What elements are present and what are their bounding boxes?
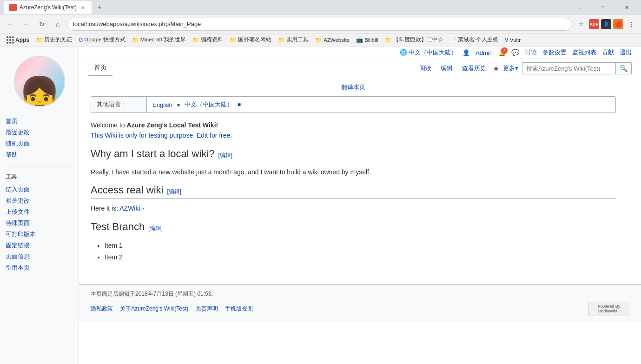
folder-icon: 📁 <box>36 37 43 43</box>
address-bar[interactable]: localhost/webapps/azwiki/index.php/Main_… <box>67 18 572 31</box>
section-2-edit[interactable]: [编辑] <box>167 188 181 196</box>
notifications[interactable]: 🔔 2 <box>498 49 506 56</box>
bookmark-google[interactable]: G Google 快捷方式 <box>76 35 128 44</box>
powered-by: Powered By MediaWiki <box>588 302 629 316</box>
discuss-link[interactable]: 讨论 <box>525 48 537 57</box>
intro-bold: Azure Zeng's Local Test Wiki! <box>127 121 218 129</box>
logout-link[interactable]: 退出 <box>620 48 632 57</box>
section-1-edit[interactable]: [编辑] <box>218 152 233 159</box>
close-button[interactable]: ✕ <box>616 0 637 15</box>
talk-icon: 💬 <box>511 49 519 56</box>
bookmark-biancheng[interactable]: 📁 编程资料 <box>190 35 226 44</box>
footer-bottom: 隐私政策 关于AzureZeng's Wiki(Test) 免责声明 手机版视图… <box>91 302 629 316</box>
bookmark-label: 实用工具 <box>286 36 309 43</box>
user-icon: 👤 <box>463 49 470 56</box>
watch-star[interactable]: ★ <box>493 64 499 73</box>
folder-icon: 📁 <box>278 37 285 43</box>
lang-edit-icon[interactable]: ■ <box>238 101 241 108</box>
sidebar-item-cite[interactable]: 引用本页 <box>6 262 73 273</box>
wiki-search-box[interactable]: 🔍 <box>522 62 632 74</box>
star-icon[interactable]: ☆ <box>575 18 587 30</box>
sidebar-item-print[interactable]: 可打印版本 <box>6 229 73 240</box>
section-title-1: Why am I start a local wiki? [编辑] <box>91 148 616 162</box>
forward-button[interactable]: → <box>20 18 33 31</box>
sidebar-tools: 链入页面 相关更改 上传文件 特殊页面 可打印版本 固定链接 页面信息 引用本页 <box>0 182 79 275</box>
sidebar-item-recent[interactable]: 最近更改 <box>6 127 73 138</box>
nav-icons: ☆ ABP 👤 🔴 ⋮ <box>575 18 637 30</box>
params-link[interactable]: 参数设置 <box>542 48 567 57</box>
bookmark-vultr[interactable]: V Vultr <box>502 36 523 44</box>
minimize-button[interactable]: – <box>569 0 591 15</box>
ext-orange-icon[interactable]: 🔴 <box>613 19 623 29</box>
translate-notice[interactable]: 翻译本页 <box>91 83 616 92</box>
sidebar-item-permalink[interactable]: 固定链接 <box>6 240 73 251</box>
footer-mobile[interactable]: 手机版视图 <box>225 305 253 312</box>
azwiki-link[interactable]: AZWiki <box>119 205 144 212</box>
sidebar-item-random[interactable]: 随机页面 <box>6 138 73 149</box>
bookmark-minecraft[interactable]: 📁 Minecraft 我的世界 <box>129 35 189 44</box>
menu-button[interactable]: ⋮ <box>625 18 637 30</box>
bookmark-overseas[interactable]: 📁 国外著名网站 <box>227 35 274 44</box>
browser-tab[interactable]: AzureZeng's Wiki(Test) ✕ <box>4 1 92 14</box>
read-tab[interactable]: 阅读 <box>416 62 434 74</box>
page-title-tab[interactable]: 首页 <box>88 61 112 76</box>
watchlist-link[interactable]: 监视列表 <box>572 48 596 57</box>
lang-english[interactable]: English <box>152 101 172 108</box>
lang-chinese[interactable]: 中文（中国大陆） <box>185 100 233 109</box>
ext-adblock-icon[interactable]: ABP <box>589 19 599 29</box>
reload-button[interactable]: ↻ <box>35 18 48 31</box>
url-text: localhost/webapps/azwiki/index.php/Main_… <box>73 20 566 27</box>
wiki-search-button[interactable]: 🔍 <box>615 63 631 74</box>
tab-close-button[interactable]: ✕ <box>79 4 86 11</box>
new-tab-button[interactable]: + <box>93 1 106 13</box>
history-tab[interactable]: 查看历史 <box>459 62 489 74</box>
bookmark-azwebsite[interactable]: 📁 AZWebsite <box>312 36 352 44</box>
navbar: ← → ↻ ⌂ localhost/webapps/azwiki/index.p… <box>0 15 641 33</box>
list-item: Item 1 <box>105 240 616 251</box>
vultr-icon: V <box>505 37 509 43</box>
section-3-edit[interactable]: [编辑] <box>148 225 163 232</box>
contribute-link[interactable]: 贡献 <box>602 48 614 57</box>
avatar: 👧 <box>14 56 65 107</box>
lang-separator: ■ <box>177 102 180 107</box>
mediawiki-logo: Powered By MediaWiki <box>588 302 629 316</box>
sidebar-item-home[interactable]: 首页 <box>6 116 73 127</box>
intro-line1: Welcome to Azure Zeng's Local Test Wiki! <box>91 120 616 130</box>
edit-tab[interactable]: 编辑 <box>438 62 456 74</box>
bookmark-tools[interactable]: 📁 实用工具 <box>275 35 311 44</box>
footer-last-edited: 本页面是后编辑于2018年7月13日 (星期五) 01:53。 <box>91 290 629 298</box>
test-branch-list: Item 1 Item 2 <box>105 240 616 263</box>
user-link[interactable]: Admin <box>476 49 493 56</box>
sidebar-item-related[interactable]: 相关更改 <box>6 195 73 206</box>
bookmark-caiyuming[interactable]: 📄 菜域名·个人主机 <box>447 35 501 44</box>
apps-button[interactable]: Apps <box>4 35 32 45</box>
more-menu[interactable]: 更多▾ <box>503 64 518 73</box>
titlebar-controls: – □ ✕ <box>569 0 637 15</box>
ext-dark-icon[interactable]: 👤 <box>601 19 611 29</box>
footer-disclaimer[interactable]: 免责声明 <box>196 305 218 312</box>
lang-selector[interactable]: 🌐 中文（中国大陆） <box>400 48 457 57</box>
back-button[interactable]: ← <box>4 18 17 31</box>
section-title-2: Access real wiki [编辑] <box>91 184 616 199</box>
footer-about[interactable]: 关于AzureZeng's Wiki(Test) <box>120 305 188 312</box>
wiki-search-input[interactable] <box>522 63 615 74</box>
bookmark-nian[interactable]: 📁 【年度巨款】二中☆ <box>382 35 446 44</box>
lang-box-label: 其他语言： <box>91 97 147 113</box>
bookmark-bilibili[interactable]: 📺 Bilibili <box>353 36 381 44</box>
footer-privacy[interactable]: 隐私政策 <box>91 305 113 312</box>
section-2-body: Here it is: AZWiki <box>91 203 616 213</box>
home-button[interactable]: ⌂ <box>51 18 64 31</box>
bookmark-lishi[interactable]: 📁 历史的见证 <box>33 35 75 44</box>
apps-grid-icon <box>7 36 14 44</box>
sidebar-item-pageinfo[interactable]: 页面信息 <box>6 251 73 262</box>
sidebar-item-special[interactable]: 特殊页面 <box>6 218 73 229</box>
titlebar-left: AzureZeng's Wiki(Test) ✕ + <box>4 1 106 14</box>
folder-icon: 📁 <box>192 37 199 43</box>
bookmark-label: Vultr <box>510 37 521 43</box>
sidebar-item-upload[interactable]: 上传文件 <box>6 206 73 218</box>
google-favicon: G <box>79 37 83 43</box>
sidebar-item-linkin[interactable]: 链入页面 <box>6 184 73 195</box>
sidebar-item-help[interactable]: 帮助 <box>6 149 73 160</box>
maximize-button[interactable]: □ <box>593 0 614 15</box>
wiki-page-header: 首页 阅读 编辑 查看历史 ★ 更多▾ 🔍 <box>79 59 641 76</box>
